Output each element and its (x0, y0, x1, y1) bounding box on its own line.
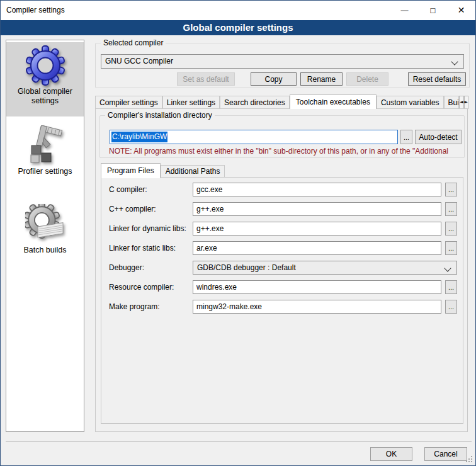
ok-button[interactable]: OK (370, 447, 412, 461)
tab-scroll-right-icon[interactable]: ► (464, 96, 468, 109)
make-program-input[interactable] (193, 300, 441, 314)
note-text: NOTE: All programs must exist either in … (109, 147, 463, 156)
sidebar-item-label: Batch builds (6, 246, 84, 259)
installation-directory-input[interactable]: C:\raylib\MinGW (110, 130, 398, 144)
caliper-icon (25, 125, 65, 166)
linker-dynamic-label: Linker for dynamic libs: (109, 224, 186, 233)
toolchain-executables-panel: Compiler's installation directory C:\ray… (95, 108, 468, 432)
cpp-compiler-label: C++ compiler: (109, 205, 156, 213)
sidebar-item-label: Profiler settings (6, 167, 84, 180)
selected-compiler-dropdown[interactable]: GNU GCC Compiler (101, 54, 464, 69)
rename-button[interactable]: Rename (300, 72, 343, 86)
debugger-dropdown[interactable]: GDB/CDB debugger : Default (193, 261, 457, 275)
window-title: Compiler settings (6, 6, 65, 14)
installation-directory-browse-button[interactable]: ... (400, 130, 412, 144)
cpp-compiler-input[interactable] (193, 202, 441, 216)
group-label: Compiler's installation directory (105, 111, 215, 120)
debugger-value: GDB/CDB debugger : Default (197, 263, 296, 272)
minimize-button[interactable]: — (390, 1, 419, 20)
blue-gear-icon (25, 45, 65, 86)
tab-additional-paths[interactable]: Additional Paths (161, 165, 225, 178)
selected-compiler-value: GNU GCC Compiler (105, 57, 173, 65)
footer-divider (6, 441, 472, 442)
gray-gear-stack-icon (25, 204, 65, 244)
c-compiler-browse-button[interactable]: ... (445, 183, 457, 196)
program-files-panel: C compiler: ... C++ compiler: ... Linker… (101, 177, 463, 424)
titlebar: Compiler settings — □ ✕ (1, 1, 475, 20)
compiler-settings-window: Compiler settings — □ ✕ Global compiler … (0, 0, 476, 466)
sidebar-item-label: Global compiler settings (6, 87, 84, 110)
program-files-tabstrip: Program Files Additional Paths (101, 162, 225, 178)
tab-scroll-left-icon[interactable]: ◄ (459, 96, 463, 109)
settings-tabstrip: Compiler settings Linker settings Search… (95, 94, 468, 109)
c-compiler-label: C compiler: (109, 185, 147, 194)
resource-compiler-label: Resource compiler: (109, 283, 174, 292)
selected-text: C:\raylib\MinGW (111, 132, 167, 142)
tab-search-directories[interactable]: Search directories (220, 96, 290, 109)
linker-static-input[interactable] (193, 241, 441, 255)
dialog-banner-title: Global compiler settings (1, 20, 475, 35)
caption-buttons: — □ ✕ (390, 1, 475, 20)
tab-linker-settings[interactable]: Linker settings (162, 96, 220, 109)
sidebar-item-global-compiler-settings[interactable]: Global compiler settings (6, 42, 84, 116)
linker-static-label: Linker for static libs: (109, 244, 176, 253)
linker-dynamic-input[interactable] (193, 222, 441, 236)
tab-custom-variables[interactable]: Custom variables (377, 96, 444, 109)
resize-grip[interactable] (471, 456, 472, 457)
group-label: Selected compiler (101, 38, 166, 47)
sidebar-item-profiler-settings[interactable]: Profiler settings (6, 122, 84, 186)
make-program-browse-button[interactable]: ... (445, 300, 457, 314)
debugger-label: Debugger: (109, 263, 144, 272)
cancel-button[interactable]: Cancel (424, 447, 467, 461)
reset-defaults-button[interactable]: Reset defaults (408, 72, 466, 86)
cpp-compiler-browse-button[interactable]: ... (445, 202, 457, 216)
tab-build-options[interactable]: Build options (444, 96, 460, 109)
main-content: Selected compiler GNU GCC Compiler Set a… (92, 40, 472, 433)
tab-toolchain-executables[interactable]: Toolchain executables (290, 94, 377, 109)
linker-dynamic-browse-button[interactable]: ... (445, 222, 457, 236)
c-compiler-input[interactable] (193, 183, 441, 196)
chevron-down-icon (444, 264, 451, 271)
make-program-label: Make program: (109, 302, 160, 311)
linker-static-browse-button[interactable]: ... (445, 241, 457, 255)
tab-compiler-settings[interactable]: Compiler settings (95, 96, 162, 109)
chevron-down-icon (451, 58, 458, 65)
delete-button: Delete (346, 72, 388, 86)
auto-detect-button[interactable]: Auto-detect (415, 130, 462, 144)
sidebar-item-batch-builds[interactable]: Batch builds (6, 201, 84, 264)
close-button[interactable]: ✕ (447, 1, 475, 20)
resource-compiler-input[interactable] (193, 280, 441, 294)
installation-directory-group: Compiler's installation directory C:\ray… (99, 115, 465, 158)
maximize-button[interactable]: □ (419, 1, 447, 20)
selected-compiler-group: Selected compiler GNU GCC Compiler Set a… (95, 43, 470, 88)
tab-program-files[interactable]: Program Files (101, 163, 161, 178)
settings-category-list: Global compiler settings Profiler settin… (6, 40, 84, 432)
resource-compiler-browse-button[interactable]: ... (445, 280, 457, 294)
copy-button[interactable]: Copy (251, 72, 297, 86)
set-as-default-button: Set as default (177, 72, 235, 86)
